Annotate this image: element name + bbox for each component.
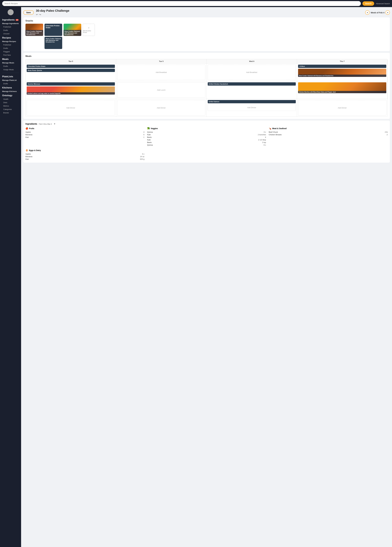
meal-chicken-burritos-image[interactable]: Chicken Burritos with Black Bean Salsa a… xyxy=(298,82,386,93)
sidebar-section-ingredients: Ingredients 14 xyxy=(0,17,21,22)
dinner-cell-3: Add Dinner xyxy=(297,99,387,117)
search-button[interactable]: Search xyxy=(363,1,374,6)
sidebar-link-published-recipes[interactable]: Published xyxy=(0,43,21,47)
plan-title: 30-day Paleo Challenge xyxy=(36,9,69,13)
ingredient-row: Kale 2 bunches xyxy=(147,133,266,136)
search-input[interactable] xyxy=(2,1,361,6)
meal-grilled-chicken-sandwhich[interactable]: Grilled Chicken Sandwhich xyxy=(208,82,296,86)
sidebar-link-drafts-recipes[interactable]: Drafts xyxy=(0,47,21,50)
ingredient-row: Apples 3 c xyxy=(26,153,144,155)
category-title-veggies: 🥦 Veggies xyxy=(147,127,266,130)
ingredient-row: Beef Chuck 4 lb xyxy=(269,131,388,133)
sidebar-link-health[interactable]: Health xyxy=(0,97,21,101)
ingredients-badge: 14 xyxy=(15,19,19,21)
snack-card-4-label: Slow Cooker Oatmeal with Bananas and Str… xyxy=(63,30,81,36)
day-header-1: Tue 5 xyxy=(116,59,207,63)
date-range-dropdown-icon[interactable]: ▼ xyxy=(54,123,56,125)
ingredient-row: Bananas 5 xyxy=(26,133,144,136)
dinner-cell-1: Add Dinner xyxy=(116,99,207,117)
lunch-cell-2: Grilled Chicken Sandwhich xyxy=(207,81,297,99)
sidebar-divider xyxy=(2,73,19,73)
breakfast-cell-1: Add Breakfast xyxy=(116,63,207,81)
redo-button[interactable]: ↪ xyxy=(39,13,41,16)
meal-brain-power-quiche[interactable]: Brain Power Quiche xyxy=(27,69,115,72)
ingredient-row: Beets 3 tsp xyxy=(147,141,266,144)
main-content: Save 30-day Paleo Challenge ↩ ↪ « Week o… xyxy=(21,7,392,547)
category-eggs-dairy: 🥚 Eggs & Dairy Apples 3 c Bananas 14 oz … xyxy=(26,149,144,160)
ingredients-grid: 🍎 Fruits Apples 4 Bananas 5 Kiwi 1 xyxy=(26,127,388,160)
category-veggies: 🥦 Veggies Quinoa 3 c Kale 2 bunches Beet… xyxy=(147,127,266,146)
meal-sunrise-mimosas[interactable]: Sunrise Mimosas xyxy=(27,82,115,86)
snacks-row: Slow Cooker Oatmeal with Bananas and Str… xyxy=(26,24,388,49)
breakfast-cell-3: +5 More Slow Cooker Oatmeal with Bananas… xyxy=(297,63,387,81)
sidebar-manage-kitchens[interactable]: Manage Kitchens xyxy=(0,90,21,93)
snack-card-4[interactable]: Slow Cooker Oatmeal with Bananas and Str… xyxy=(63,24,81,36)
ingredient-row: Kiwi 1 xyxy=(26,136,144,138)
undo-button[interactable]: ↩ xyxy=(36,13,38,16)
add-breakfast-1[interactable]: Add Breakfast xyxy=(117,65,205,80)
meal-more-badge[interactable]: +5 More xyxy=(298,65,386,68)
ingredient-row: Apples 4 xyxy=(26,131,144,133)
add-dinner-0[interactable]: Add Dinner xyxy=(27,100,115,116)
sidebar-link-drafts-platelists[interactable]: Drafts xyxy=(0,82,21,85)
sidebar-manage-meals[interactable]: Manage Meals xyxy=(0,61,21,64)
add-dinner-1[interactable]: Add Dinner xyxy=(117,100,205,116)
sidebar-section-kitchens: Kitchens xyxy=(0,85,21,90)
sidebar-manage-platelists[interactable]: Manage PlateList xyxy=(0,79,21,82)
sidebar-link-published-ingredients[interactable]: Published xyxy=(0,25,21,28)
sidebar-link-drafts-meals[interactable]: Drafts xyxy=(0,64,21,68)
meal-salmon-label: Smoked salmon and egg salad on toasted b… xyxy=(27,92,115,95)
eggs-icon: 🥚 xyxy=(26,149,28,151)
sidebar-link-categories[interactable]: Categories xyxy=(0,108,21,111)
sidebar-link-brands[interactable]: Brands xyxy=(0,111,21,114)
category-title-eggs-dairy: 🥚 Eggs & Dairy xyxy=(26,149,144,151)
ingredients-title: Ingredients xyxy=(26,123,37,125)
meal-chocolate-shake[interactable]: Chocolate Protien Shake xyxy=(27,65,115,68)
add-dinner-2[interactable]: Add Dinner xyxy=(208,104,296,111)
plan-title-area: 30-day Paleo Challenge ↩ ↪ xyxy=(36,9,69,16)
meal-oatmeal-image[interactable]: Slow Cooker Oatmeal with Bananas and Str… xyxy=(298,69,386,77)
lunch-cell-0: Sunrise Mimosas Smoked salmon and egg sa… xyxy=(26,81,116,99)
add-snack-label: Add Another Snack xyxy=(83,30,95,33)
category-meat-seafood: 🍗 Meat & Seafood Beef Chuck 4 lb Chicken… xyxy=(269,127,388,146)
sidebar-manage-recipes[interactable]: Manage Recipes xyxy=(0,40,21,43)
meal-chicken-burritos-label: Chicken Burritos with Black Bean Salsa a… xyxy=(298,91,386,93)
save-button[interactable]: Save xyxy=(23,10,34,15)
add-dinner-3[interactable]: Add Dinner xyxy=(298,100,386,116)
sidebar-section-meals: Meals xyxy=(0,57,21,61)
day-header-0: Tue 5 xyxy=(26,59,116,63)
snack-card-1[interactable]: Slow Cooker Oatmeal with Bananas and Str… xyxy=(26,24,43,36)
avatar xyxy=(8,9,14,15)
snack-card-2[interactable]: Chocolate Protien Shake xyxy=(45,24,62,36)
add-lunch-1[interactable]: Add Lunch xyxy=(117,82,205,98)
week-nav: « Week of Feb 4 » xyxy=(365,10,390,15)
snack-col-2: Chocolate Protien Shake Slow Cooker Oatm… xyxy=(45,24,62,49)
ingredient-row: Kale 2 1/2 tbsp xyxy=(147,138,266,141)
add-snack-button[interactable]: + Add Another Snack xyxy=(83,24,95,36)
snack-card-3[interactable]: Slow Cooker Oatmeal with Bananas and Str… xyxy=(45,37,62,49)
sidebar-link-find-new[interactable]: Find New xyxy=(0,53,21,57)
breakfast-cell-0: Chocolate Protien Shake Brain Power Quic… xyxy=(26,63,116,81)
meal-salmon-image[interactable]: Smoked salmon and egg salad on toasted b… xyxy=(27,86,115,95)
dinner-cell-0: Add Dinner xyxy=(26,99,116,117)
breakfast-cell-2: Add Breakfast xyxy=(207,63,297,81)
meal-oatmeal-label: Slow Cooker Oatmeal with Bananas and Str… xyxy=(298,75,386,77)
advanced-search-link[interactable]: Advanced Search xyxy=(376,3,390,5)
sidebar-link-metrics[interactable]: Metrics xyxy=(0,104,21,108)
ingredient-row: Bananas 14 oz xyxy=(26,155,144,158)
day-header-3: Thu 7 xyxy=(297,59,387,63)
add-breakfast-2[interactable]: Add Breakfast xyxy=(208,65,296,80)
ingredients-date-range: Feb 3 thru Mar 2 xyxy=(39,123,52,125)
sidebar-manage-ingredients[interactable]: Manage Ingredients xyxy=(0,22,21,25)
next-week-button[interactable]: » xyxy=(385,10,390,15)
snack-card-1-label: Slow Cooker Oatmeal with Bananas and Str… xyxy=(26,30,43,36)
sidebar-link-flagged-recipes[interactable]: Flagged xyxy=(0,50,21,53)
sidebar-link-diets[interactable]: Diets xyxy=(0,101,21,104)
sidebar-link-drafts-ingredients[interactable]: Drafts xyxy=(0,28,21,32)
ingredient-row: Beets 4 xyxy=(147,136,266,138)
lunch-cell-3: Chicken Burritos with Black Bean Salsa a… xyxy=(297,81,387,99)
sidebar-link-assign-meals[interactable]: Assign Meals xyxy=(0,68,21,71)
prev-week-button[interactable]: « xyxy=(365,10,370,15)
sidebar-link-unused-ingredients[interactable]: Unused xyxy=(0,32,21,35)
meal-grilled-salmon[interactable]: Grilled Salmon xyxy=(208,100,296,103)
